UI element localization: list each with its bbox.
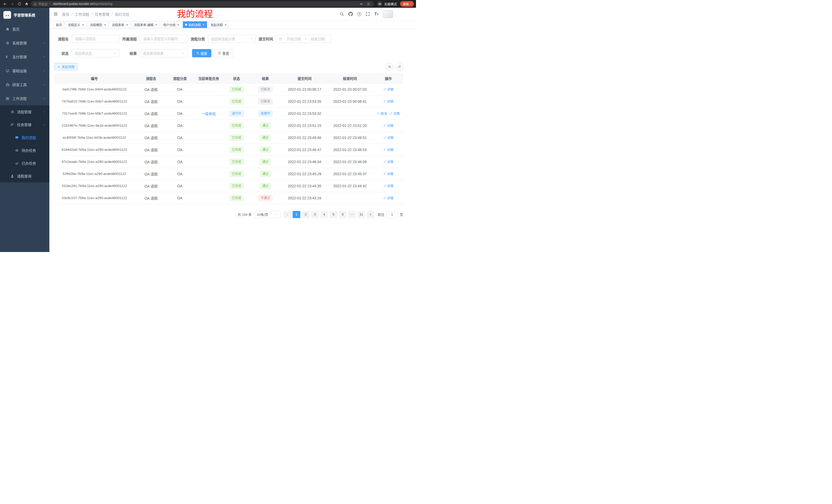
sidebar-item-label: 首页 (12, 26, 20, 32)
sidebar-item-dev-tools[interactable]: 研发工具 (0, 78, 49, 91)
search-button[interactable]: 搜索 (192, 49, 211, 57)
process-name: OA 请假 (134, 168, 167, 180)
security-label[interactable]: 不安全 (38, 2, 48, 6)
help-icon[interactable]: ? (357, 12, 361, 16)
hamburger-icon[interactable] (53, 12, 58, 16)
sidebar-item-todo-tasks[interactable]: 待办任务 (0, 144, 49, 157)
detail-link[interactable]: 详情 (390, 111, 399, 116)
browser-reload-icon[interactable] (17, 1, 22, 7)
submit-time-range-picker[interactable]: 开始日期 - 结束日期 (276, 35, 331, 43)
tab-3[interactable]: 流程表单× (109, 21, 130, 28)
avatar[interactable] (383, 10, 397, 18)
detail-link[interactable]: 详情 (383, 135, 393, 140)
sidebar-item-done-tasks[interactable]: 已办任务 (0, 157, 49, 170)
browser-home-icon[interactable] (24, 1, 29, 7)
status-cell: 已完成 (225, 180, 248, 192)
status-tag: 已完成 (229, 99, 244, 105)
sidebar-item-payment-management[interactable]: ¥支付管理 (0, 50, 49, 64)
create-process-button[interactable]: 发起流程 (54, 63, 78, 71)
calendar-icon (279, 37, 282, 40)
toggle-search-button[interactable] (386, 63, 393, 71)
close-icon[interactable]: × (177, 23, 179, 26)
page-3-button[interactable]: 3 (311, 211, 319, 218)
status-select[interactable]: 请选择状态 (72, 49, 119, 57)
detail-link[interactable]: 详情 (383, 159, 393, 164)
breadcrumb-item[interactable]: 首页 (62, 11, 69, 17)
tab-2[interactable]: 流程模型× (88, 21, 108, 28)
current-task-link[interactable]: 一级审批 (201, 112, 216, 116)
close-icon[interactable]: × (203, 23, 205, 26)
detail-link[interactable]: 详情 (383, 87, 393, 92)
detail-link[interactable]: 详情 (383, 184, 393, 188)
page-6-button[interactable]: 6 (339, 211, 346, 218)
sidebar-item-workflow[interactable]: 工作流程 (0, 91, 49, 105)
edit-icon (383, 100, 386, 103)
sidebar-item-system-management[interactable]: 系统管理 (0, 36, 49, 50)
cancel-link[interactable]: 取消 (377, 111, 387, 116)
page-5-button[interactable]: 5 (330, 211, 337, 218)
page-11-button[interactable]: 11 (357, 211, 365, 218)
category-select[interactable]: 请选择流程分类 (208, 35, 256, 43)
breadcrumb-item[interactable]: 任务管理 (95, 11, 109, 17)
page-2-button[interactable]: 2 (302, 211, 310, 218)
result-select[interactable]: 请选择流结果 (140, 49, 187, 57)
search-icon[interactable] (340, 12, 344, 16)
address-bar[interactable]: 不安全 dashboard.yudao.iocoder.cn/bpm/task/… (31, 1, 374, 7)
tab-6-active[interactable]: 我的流程× (183, 21, 207, 28)
sidebar-item-home[interactable]: 首页 (0, 22, 49, 36)
detail-link[interactable]: 详情 (383, 123, 393, 128)
key-icon[interactable] (359, 1, 364, 7)
kebab-menu-icon[interactable] (410, 2, 413, 5)
detail-link[interactable]: 详情 (383, 99, 393, 104)
tab-4[interactable]: 流程表单-编辑× (132, 21, 160, 28)
github-icon[interactable] (348, 12, 353, 16)
page-4-button[interactable]: 4 (320, 211, 328, 218)
sidebar-item-my-process[interactable]: 我的流程 (0, 131, 49, 144)
refresh-table-button[interactable] (396, 63, 403, 71)
sidebar-item-process-management[interactable]: 流程管理 (0, 105, 49, 118)
bookmark-star-icon[interactable] (366, 1, 371, 7)
sidebar-item-leave-query[interactable]: 请假查询 (0, 170, 49, 183)
detail-link[interactable]: 详情 (383, 171, 393, 176)
close-icon[interactable]: × (82, 23, 84, 26)
taskmgmt-icon (10, 123, 15, 127)
tab-7[interactable]: 发起流程× (208, 21, 229, 28)
close-icon[interactable]: × (155, 23, 157, 26)
browser-back-icon[interactable] (2, 1, 8, 7)
result-cell: 已取消 (248, 83, 283, 95)
table-row: 331bc281-7b9a-11ec-a290-acde48001122OA 请… (54, 180, 403, 192)
fullscreen-icon[interactable] (366, 12, 370, 16)
breadcrumb-item[interactable]: 工作流程 (75, 11, 89, 17)
close-icon[interactable]: × (126, 23, 128, 26)
page-size-select[interactable]: 10条/页 (254, 211, 281, 218)
detail-link[interactable]: 详情 (383, 195, 393, 200)
current-task-cell (192, 180, 225, 192)
status-cell: 已完成 (225, 119, 248, 132)
tab-0[interactable]: 首页 (53, 21, 64, 28)
result-tag: 处理中 (258, 110, 272, 117)
reset-button[interactable]: 重置 (214, 49, 233, 57)
tab-1[interactable]: 流程定义× (66, 21, 86, 28)
tab-label: 我的流程 (188, 23, 201, 27)
myprocess-icon (15, 136, 19, 139)
detail-link[interactable]: 详情 (383, 147, 393, 152)
sidebar-item-infrastructure[interactable]: 基础设施 (0, 64, 49, 78)
next-page-button[interactable] (367, 211, 374, 218)
process-name-input[interactable] (72, 35, 119, 43)
prev-page-button[interactable] (283, 211, 291, 218)
sidebar-item-task-management[interactable]: 任务管理 (0, 118, 49, 131)
tab-5[interactable]: 用户分组× (161, 21, 182, 28)
browser-forward-icon[interactable] (9, 1, 15, 7)
close-icon[interactable]: × (225, 23, 227, 26)
column-header: 结果 (248, 74, 283, 83)
breadcrumb-separator: / (111, 12, 113, 16)
process-name: OA 请假 (134, 132, 167, 144)
close-icon[interactable]: × (104, 23, 106, 26)
goto-page-input[interactable] (386, 211, 398, 218)
page-1-button[interactable]: 1 (293, 211, 300, 218)
font-size-icon[interactable]: TT (374, 12, 379, 16)
update-button[interactable]: 更新 (400, 1, 414, 7)
url-text[interactable]: dashboard.yudao.iocoder.cn/bpm/task/my (53, 2, 357, 6)
process-definition-input[interactable] (140, 35, 187, 43)
logo[interactable]: 芋道管理系统 (0, 8, 49, 22)
